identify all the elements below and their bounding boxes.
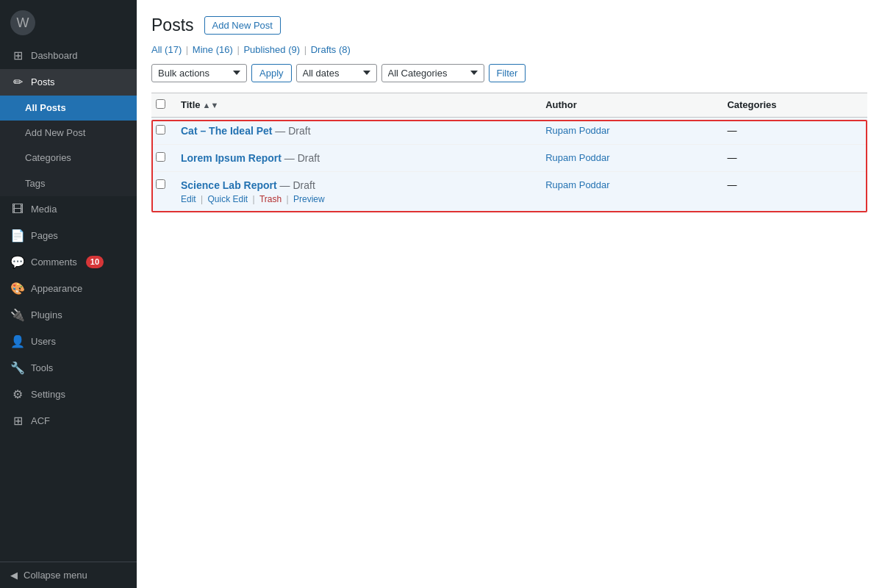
sidebar-item-media[interactable]: 🎞 Media (0, 196, 137, 223)
add-new-post-button[interactable]: Add New Post (204, 16, 281, 35)
sidebar-item-label: Media (31, 203, 57, 216)
select-all-checkbox[interactable] (156, 99, 165, 109)
row-action-trash[interactable]: Trash (259, 194, 282, 204)
row-checkbox[interactable] (156, 125, 165, 135)
sidebar-item-label: Pages (31, 229, 58, 243)
toolbar: Bulk actionsEditMove to Trash Apply All … (151, 64, 867, 82)
row-action-quick-edit[interactable]: Quick Edit (207, 194, 248, 204)
row-actions: Edit | Quick Edit | Trash | Preview (181, 194, 531, 204)
sidebar-sub-label: Add New Post (25, 126, 85, 140)
sidebar-sub-label: Tags (25, 177, 45, 190)
sidebar-item-settings[interactable]: ⚙ Settings (0, 381, 137, 408)
sidebar-item-users[interactable]: 👤 Users (0, 329, 137, 355)
post-title-link[interactable]: Lorem Ipsum Report (181, 152, 282, 164)
sidebar-item-label: ACF (31, 415, 50, 428)
table-row: Lorem Ipsum Report — DraftRupam Poddar— (151, 144, 867, 171)
post-categories: — (720, 117, 867, 144)
sidebar-sub-label: Categories (25, 151, 71, 165)
post-categories: — (720, 144, 867, 171)
categories-select[interactable]: All Categories (381, 64, 484, 82)
main-content: Posts Add New Post All (17) | Mine (16) … (137, 0, 882, 588)
collapse-menu-button[interactable]: ◀ Collapse menu (0, 562, 137, 588)
sidebar-sub-label: All Posts (25, 101, 66, 115)
col-categories: Categories (720, 93, 867, 117)
post-title-link[interactable]: Science Lab Report (181, 179, 277, 191)
tools-icon: 🔧 (10, 361, 25, 376)
row-checkbox[interactable] (156, 179, 165, 189)
sidebar: W ⊞ Dashboard ✏ Posts All Posts Add New … (0, 0, 137, 588)
table-row: Cat – The Ideal Pet — DraftRupam Poddar— (151, 117, 867, 144)
wp-logo-icon: W (10, 10, 35, 35)
post-title-link[interactable]: Cat – The Ideal Pet (181, 125, 272, 137)
post-status: — Draft (272, 125, 310, 137)
table-row: Science Lab Report — DraftEdit | Quick E… (151, 171, 867, 212)
sidebar-item-all-posts[interactable]: All Posts (0, 96, 137, 121)
settings-icon: ⚙ (10, 387, 25, 402)
post-status: — Draft (282, 152, 320, 164)
tab-drafts[interactable]: Drafts (8) (311, 44, 351, 55)
apply-button[interactable]: Apply (251, 64, 292, 82)
sidebar-item-add-new-post[interactable]: Add New Post (0, 121, 137, 146)
sidebar-item-comments[interactable]: 💬 Comments 10 (0, 249, 137, 276)
posts-table-wrapper: Title ▲▼ Author Categories Cat – The Ide… (151, 93, 867, 212)
sidebar-item-acf[interactable]: ⊞ ACF (0, 408, 137, 434)
collapse-menu-label: Collapse menu (24, 570, 87, 581)
sidebar-item-tools[interactable]: 🔧 Tools (0, 355, 137, 381)
sidebar-item-label: Dashboard (31, 49, 78, 62)
posts-table: Title ▲▼ Author Categories Cat – The Ide… (151, 93, 867, 212)
sidebar-item-label: Comments (31, 256, 77, 269)
appearance-icon: 🎨 (10, 282, 25, 296)
sort-arrow-icon: ▲▼ (203, 101, 219, 110)
sidebar-item-tags[interactable]: Tags (0, 171, 137, 196)
bulk-actions-select[interactable]: Bulk actionsEditMove to Trash (151, 64, 247, 82)
comments-badge: 10 (86, 256, 104, 268)
author-link[interactable]: Rupam Poddar (545, 152, 609, 163)
row-action-preview[interactable]: Preview (293, 194, 325, 204)
page-title: Posts (151, 15, 194, 37)
sidebar-item-appearance[interactable]: 🎨 Appearance (0, 276, 137, 302)
author-link[interactable]: Rupam Poddar (545, 125, 609, 136)
posts-icon: ✏ (10, 75, 25, 90)
pages-icon: 📄 (10, 229, 25, 243)
sidebar-item-pages[interactable]: 📄 Pages (0, 223, 137, 249)
sidebar-item-dashboard[interactable]: ⊞ Dashboard (0, 43, 137, 69)
row-checkbox[interactable] (156, 152, 165, 162)
sidebar-item-posts[interactable]: ✏ Posts (0, 69, 137, 96)
sidebar-item-label: Posts (31, 76, 55, 89)
sidebar-item-categories[interactable]: Categories (0, 146, 137, 171)
post-categories: — (720, 171, 867, 212)
filter-button[interactable]: Filter (489, 64, 526, 82)
plugins-icon: 🔌 (10, 308, 25, 323)
dashboard-icon: ⊞ (10, 49, 25, 63)
acf-icon: ⊞ (10, 414, 25, 429)
sidebar-item-label: Appearance (31, 282, 82, 295)
sidebar-item-label: Settings (31, 388, 65, 401)
title-sort-button[interactable]: Title ▲▼ (181, 99, 218, 110)
col-author: Author (538, 93, 720, 117)
tab-mine[interactable]: Mine (16) (193, 44, 233, 55)
tab-published[interactable]: Published (9) (243, 44, 300, 55)
filter-tabs: All (17) | Mine (16) | Published (9) | D… (151, 44, 867, 55)
sidebar-item-plugins[interactable]: 🔌 Plugins (0, 302, 137, 329)
media-icon: 🎞 (10, 202, 25, 217)
tab-all[interactable]: All (17) (151, 44, 182, 55)
sidebar-item-label: Plugins (31, 309, 62, 322)
dates-select[interactable]: All dates (296, 64, 377, 82)
author-link[interactable]: Rupam Poddar (545, 179, 609, 190)
post-status: — Draft (277, 179, 315, 191)
collapse-arrow-icon: ◀ (10, 570, 18, 581)
page-header: Posts Add New Post (151, 15, 867, 37)
users-icon: 👤 (10, 334, 25, 349)
col-title: Title ▲▼ (173, 93, 538, 117)
wp-logo: W (0, 0, 137, 43)
sidebar-item-label: Users (31, 335, 56, 348)
sidebar-item-label: Tools (31, 362, 53, 375)
sidebar-posts-submenu: All Posts Add New Post Categories Tags (0, 96, 137, 196)
comments-icon: 💬 (10, 255, 25, 270)
row-action-edit[interactable]: Edit (181, 194, 196, 204)
